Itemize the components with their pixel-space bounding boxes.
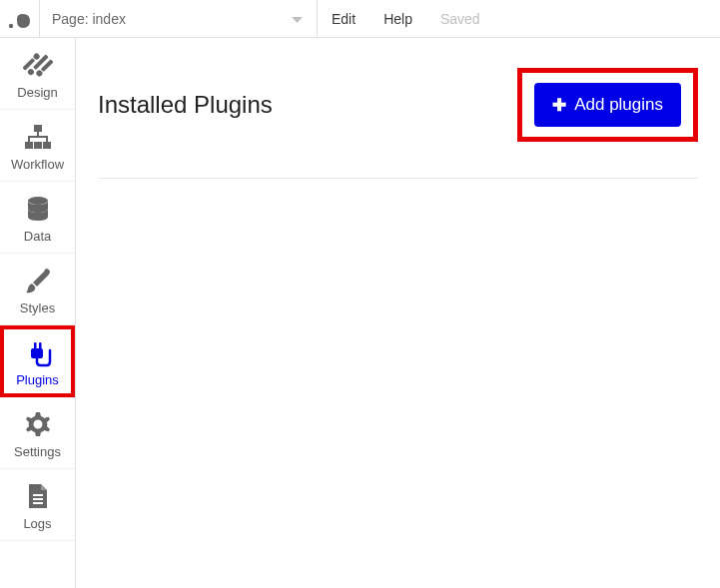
app-logo[interactable]: [0, 0, 40, 38]
add-plugins-button[interactable]: ✚ Add plugins: [534, 83, 681, 127]
chevron-down-icon: [292, 11, 303, 27]
logs-icon: [22, 480, 54, 512]
sidebar-item-label: Settings: [14, 444, 61, 459]
svg-rect-16: [31, 348, 43, 358]
page-selector-label: Page: index: [52, 11, 126, 27]
svg-rect-17: [34, 342, 37, 349]
sidebar-item-label: Styles: [20, 300, 55, 315]
svg-rect-9: [34, 142, 42, 149]
svg-rect-18: [39, 342, 42, 349]
top-bar: Page: index Edit Help Saved: [0, 0, 720, 38]
styles-icon: [22, 265, 54, 296]
sidebar-item-label: Plugins: [16, 372, 59, 387]
svg-rect-21: [33, 502, 43, 504]
menu-help[interactable]: Help: [369, 0, 426, 37]
sidebar-item-label: Logs: [23, 516, 51, 531]
bubble-logo-icon: [7, 6, 33, 32]
sidebar-item-label: Design: [17, 85, 57, 100]
add-plugins-highlight: ✚ Add plugins: [517, 68, 698, 142]
sidebar-item-design[interactable]: Design: [0, 38, 75, 110]
sidebar-item-styles[interactable]: Styles: [0, 254, 75, 325]
svg-rect-10: [43, 142, 51, 149]
svg-rect-19: [33, 494, 43, 496]
sidebar-item-label: Workflow: [11, 157, 64, 172]
settings-icon: [22, 408, 54, 440]
sidebar-item-data[interactable]: Data: [0, 182, 75, 254]
main-header: Installed Plugins ✚ Add plugins: [98, 68, 698, 179]
svg-rect-8: [25, 142, 33, 149]
data-icon: [22, 193, 54, 225]
svg-point-15: [28, 197, 48, 205]
add-plugins-label: Add plugins: [574, 95, 663, 115]
svg-point-0: [8, 23, 12, 27]
sidebar-item-settings[interactable]: Settings: [0, 397, 75, 469]
svg-rect-7: [34, 125, 42, 132]
sidebar-item-plugins[interactable]: Plugins: [0, 325, 75, 397]
menu-saved-status: Saved: [426, 0, 494, 37]
plus-icon: ✚: [552, 97, 566, 114]
sidebar-item-workflow[interactable]: Workflow: [0, 110, 75, 182]
svg-rect-12: [28, 136, 48, 138]
plugins-icon: [22, 338, 54, 368]
page-selector[interactable]: Page: index: [40, 0, 318, 37]
menu-edit[interactable]: Edit: [318, 0, 369, 37]
page-title: Installed Plugins: [98, 91, 273, 119]
sidebar-item-label: Data: [24, 229, 51, 244]
svg-point-4: [26, 68, 34, 76]
design-icon: [22, 49, 54, 81]
sidebar: Design Workflow: [0, 38, 76, 588]
main-content: Installed Plugins ✚ Add plugins: [76, 38, 720, 588]
workflow-icon: [22, 121, 54, 153]
svg-rect-14: [46, 136, 48, 142]
sidebar-item-logs[interactable]: Logs: [0, 469, 75, 541]
svg-rect-2: [23, 58, 35, 71]
svg-rect-20: [33, 498, 43, 500]
svg-rect-13: [28, 136, 30, 142]
